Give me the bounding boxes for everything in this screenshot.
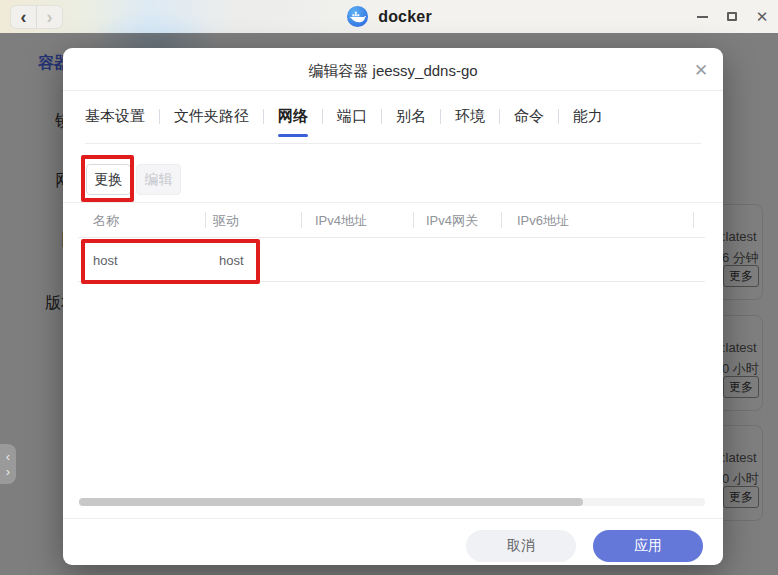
- tab-separator: [263, 109, 264, 124]
- tab-alias[interactable]: 别名: [396, 107, 426, 126]
- pager-prev-icon[interactable]: ‹: [6, 449, 10, 464]
- edit-network-button[interactable]: 编辑: [136, 164, 181, 195]
- tab-separator: [499, 109, 500, 124]
- tab-separator: [322, 109, 323, 124]
- dialog-title: 编辑容器 jeessy_ddns-go: [63, 62, 723, 81]
- nav-history-group: ‹ ›: [10, 5, 63, 29]
- cancel-button[interactable]: 取消: [466, 530, 576, 562]
- tab-capabilities[interactable]: 能力: [573, 107, 603, 126]
- column-header-ipv4-gateway: IPv4网关: [426, 212, 478, 230]
- replace-network-button[interactable]: 更换: [86, 164, 131, 195]
- column-header-driver: 驱动: [213, 212, 239, 230]
- tab-folder-paths[interactable]: 文件夹路径: [174, 107, 249, 126]
- dialog-tab-bar: 基本设置 文件夹路径 网络 端口 别名 环境 命令 能力: [85, 90, 701, 144]
- edge-pager: ‹ ›: [0, 444, 16, 484]
- app-window: ‹ › do: [0, 0, 778, 575]
- pager-next-icon[interactable]: ›: [6, 464, 10, 479]
- column-header-name: 名称: [93, 212, 119, 230]
- tab-ports[interactable]: 端口: [337, 107, 367, 126]
- column-header-ipv4-address: IPv4地址: [315, 212, 367, 230]
- tab-separator: [159, 109, 160, 124]
- dialog-footer: 取消 应用: [63, 518, 723, 565]
- window-controls: ✕: [694, 0, 770, 33]
- table-header-row: 名称 驱动 IPv4地址 IPv4网关 IPv6地址: [78, 202, 705, 238]
- networks-table: 名称 驱动 IPv4地址 IPv4网关 IPv6地址 host host: [78, 202, 705, 282]
- close-icon: ✕: [756, 9, 769, 25]
- app-title: docker: [378, 8, 432, 26]
- dialog-close-button[interactable]: ✕: [691, 61, 711, 81]
- cell-network-driver: host: [219, 253, 244, 268]
- workspace: 容器 镜 网 日 版本 :latest 6 分钟 更多 :latest 0 小时…: [0, 33, 778, 575]
- column-separator: [693, 212, 694, 228]
- tab-environment[interactable]: 环境: [455, 107, 485, 126]
- tab-basic-settings[interactable]: 基本设置: [85, 107, 145, 126]
- table-row-host-network[interactable]: host host: [78, 238, 705, 282]
- apply-button[interactable]: 应用: [593, 530, 703, 562]
- horizontal-scrollbar-track[interactable]: [79, 498, 705, 506]
- column-separator: [301, 212, 302, 228]
- column-separator: [413, 212, 414, 228]
- back-button[interactable]: ‹: [11, 6, 37, 28]
- tab-separator: [440, 109, 441, 124]
- docker-logo-icon: [346, 5, 369, 28]
- edit-container-dialog: 编辑容器 jeessy_ddns-go ✕ 基本设置 文件夹路径 网络 端口 别…: [63, 48, 723, 565]
- cell-network-name: host: [93, 253, 118, 268]
- horizontal-scrollbar-thumb[interactable]: [79, 498, 583, 506]
- maximize-icon: [727, 12, 737, 21]
- tab-network[interactable]: 网络: [278, 107, 308, 126]
- minimize-icon: [697, 16, 708, 18]
- close-button[interactable]: ✕: [754, 9, 770, 25]
- maximize-button[interactable]: [724, 9, 740, 25]
- column-header-ipv6-address: IPv6地址: [517, 212, 569, 230]
- back-icon: ‹: [21, 7, 27, 27]
- column-separator: [501, 212, 502, 228]
- column-separator: [205, 212, 206, 228]
- minimize-button[interactable]: [694, 9, 710, 25]
- tab-separator: [381, 109, 382, 124]
- forward-icon: ›: [47, 7, 53, 27]
- tab-command[interactable]: 命令: [514, 107, 544, 126]
- tab-separator: [558, 109, 559, 124]
- forward-button[interactable]: ›: [37, 6, 62, 28]
